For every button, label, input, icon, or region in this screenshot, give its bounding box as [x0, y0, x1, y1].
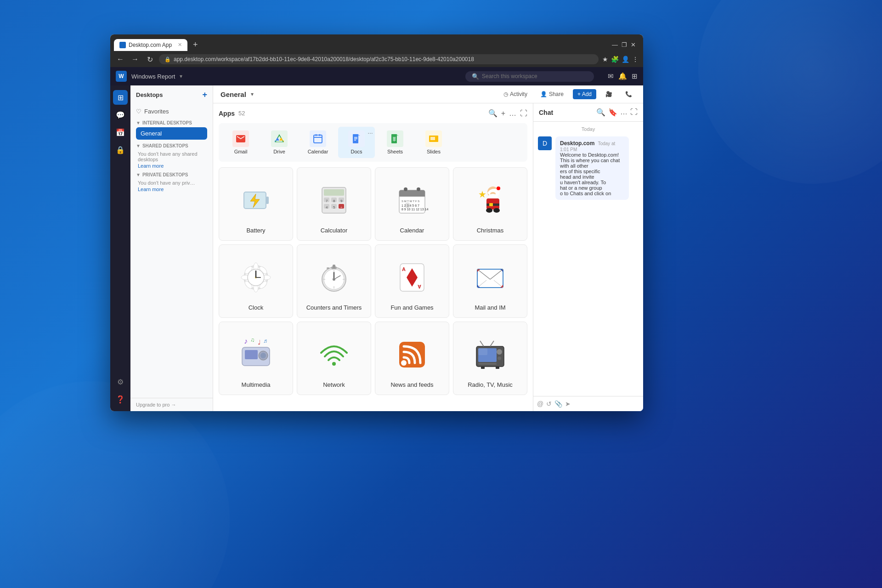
minimize-btn[interactable]: —	[612, 41, 618, 48]
svg-rect-20	[324, 189, 344, 196]
workspace-logo: W	[116, 71, 127, 82]
tab-close-btn[interactable]: ✕	[178, 42, 182, 48]
tab-bar: Desktop.com App ✕ + — ❐ ✕	[110, 34, 643, 51]
apps-more-icon[interactable]: …	[509, 109, 516, 118]
bell-icon[interactable]: 🔔	[618, 72, 627, 80]
app-card-multimedia[interactable]: ♪ ♫ ♩ ♬ Multimedia	[219, 322, 293, 395]
menu-icon[interactable]: ⋮	[632, 56, 639, 63]
app-card-news[interactable]: News and feeds	[375, 322, 449, 395]
sidebar-icon-calendar[interactable]: 📅	[113, 125, 128, 140]
video-btn[interactable]: 🎥	[602, 89, 616, 99]
gapp-gmail[interactable]: Gmail	[222, 127, 259, 158]
sidebar-icon-desktops[interactable]: ⊞	[113, 90, 128, 105]
profile-icon[interactable]: 👤	[622, 56, 629, 63]
activity-btn[interactable]: ◷ Activity	[500, 89, 531, 99]
add-btn[interactable]: + Add	[573, 89, 596, 99]
gapp-calendar-label: Calendar	[308, 149, 328, 154]
upgrade-link[interactable]: Upgrade to pro →	[130, 398, 213, 411]
sidebar-icon-help[interactable]: ❓	[113, 392, 128, 407]
app-card-mail[interactable]: Mail and IM	[453, 244, 527, 318]
app-christmas-name: Christmas	[477, 227, 504, 234]
workspace-dropdown-icon[interactable]: ▾	[180, 73, 182, 79]
address-bar[interactable]: 🔒 app.desktop.com/workspace/af17b2dd-bb1…	[159, 54, 599, 64]
app-fun-name: Fun and Games	[390, 304, 433, 311]
sidebar-icon-settings[interactable]: ⚙	[113, 374, 128, 389]
reload-btn[interactable]: ↻	[144, 55, 155, 64]
bookmark-star-icon[interactable]: ★	[602, 56, 608, 63]
christmas-icon-container: ★	[457, 173, 523, 227]
app-network-name: Network	[323, 381, 345, 388]
desktop-dropdown-icon[interactable]: ▾	[251, 91, 254, 97]
shared-desktops-title: ▼ Shared Desktops	[136, 143, 207, 148]
svg-point-103	[497, 349, 502, 355]
chat-body: Today D Desktop.com Today at 1:01 PM	[533, 122, 643, 396]
chat-expand-icon[interactable]: ⛶	[630, 108, 638, 117]
gapp-calendar[interactable]: Calendar	[300, 127, 336, 158]
apps-search-icon[interactable]: 🔍	[488, 109, 498, 118]
sidebar-icon-security[interactable]: 🔒	[113, 142, 128, 157]
back-btn[interactable]: ←	[115, 55, 126, 63]
maximize-btn[interactable]: ❐	[622, 41, 627, 48]
app-card-calendar[interactable]: S M T W T F S 1 2 3 4 5 6 7 8 9 10 11 12…	[375, 167, 449, 241]
apps-add-icon[interactable]: +	[501, 109, 505, 118]
mail-icon[interactable]: ✉	[608, 72, 614, 80]
app-card-counters[interactable]: Counters and Timers	[297, 244, 371, 318]
app-card-fun[interactable]: A A Fun and Games	[375, 244, 449, 318]
svg-rect-89	[245, 350, 258, 359]
chat-attach-icon[interactable]: 📎	[554, 400, 562, 407]
sidebar-icon-chat[interactable]: 💬	[113, 107, 128, 122]
svg-text:1  2  3  4  5  6  7: 1 2 3 4 5 6 7	[401, 204, 419, 207]
svg-text:S M T W T F S: S M T W T F S	[401, 200, 419, 203]
shared-learn-link[interactable]: Learn more	[136, 163, 207, 169]
sidebar-item-general[interactable]: General	[136, 127, 207, 140]
app-battery-name: Battery	[246, 227, 265, 234]
svg-point-104	[498, 356, 501, 360]
chat-refresh-icon[interactable]: ↺	[546, 400, 552, 407]
url-text: app.desktop.com/workspace/af17b2dd-bb10-…	[174, 56, 474, 62]
forward-btn[interactable]: →	[130, 55, 141, 63]
svg-rect-16	[266, 197, 269, 204]
gapp-docs-more[interactable]: …	[368, 129, 373, 135]
app-card-clock[interactable]: Clock	[219, 244, 293, 318]
shared-notice: You don't have any shared desktops	[136, 150, 207, 163]
shared-collapse-icon[interactable]: ▼	[136, 143, 141, 148]
gapp-slides[interactable]: Slides	[415, 127, 452, 158]
call-btn[interactable]: 📞	[622, 89, 636, 99]
sidebar-add-btn[interactable]: +	[202, 90, 207, 100]
new-tab-btn[interactable]: +	[189, 38, 202, 51]
private-collapse-icon[interactable]: ▼	[136, 172, 141, 177]
search-bar[interactable]: 🔍	[465, 71, 594, 82]
app-card-network[interactable]: Network	[297, 322, 371, 395]
gapp-drive[interactable]: Drive	[261, 127, 298, 158]
active-tab[interactable]: Desktop.com App ✕	[114, 39, 187, 51]
private-desktops-title: ▼ Private Desktops	[136, 172, 207, 177]
gapp-docs[interactable]: … Docs	[338, 127, 375, 158]
activity-icon: ◷	[503, 91, 508, 97]
chat-header-actions: 🔍 🔖 … ⛶	[596, 108, 638, 117]
app-card-calculator[interactable]: 7 8 9 4 5 ÷ Calculator	[297, 167, 371, 241]
share-btn[interactable]: 👤 Share	[537, 89, 567, 99]
chat-more-icon[interactable]: …	[620, 108, 628, 117]
chat-sender-avatar: D	[538, 136, 552, 150]
chat-search-icon[interactable]: 🔍	[596, 108, 605, 117]
gapp-sheets-label: Sheets	[387, 149, 403, 154]
chat-send-icon[interactable]: ➤	[565, 400, 571, 407]
private-learn-link[interactable]: Learn more	[136, 187, 207, 192]
app-card-christmas[interactable]: ★ Christmas	[453, 167, 527, 241]
chat-title: Chat	[539, 109, 553, 116]
clock-icon-container	[223, 250, 289, 304]
header-actions: ◷ Activity 👤 Share + Add 🎥 📞	[500, 89, 636, 99]
desktop-title: General	[220, 90, 246, 98]
sidebar-panel: Desktops + ♡ Favorites ▼ Internal Deskto…	[130, 85, 213, 411]
chat-bookmark-icon[interactable]: 🔖	[608, 108, 617, 117]
extension-icon[interactable]: 🧩	[611, 56, 619, 63]
app-card-battery[interactable]: Battery	[219, 167, 293, 241]
chat-mention-icon[interactable]: @	[537, 400, 543, 407]
layout-icon[interactable]: ⊞	[632, 72, 638, 80]
gapp-sheets[interactable]: Sheets	[377, 127, 413, 158]
collapse-icon[interactable]: ▼	[136, 120, 141, 125]
app-card-radio[interactable]: Radio, TV, Music	[453, 322, 527, 395]
close-btn[interactable]: ✕	[631, 41, 636, 48]
search-input[interactable]	[482, 73, 588, 79]
apps-expand-icon[interactable]: ⛶	[520, 109, 527, 118]
